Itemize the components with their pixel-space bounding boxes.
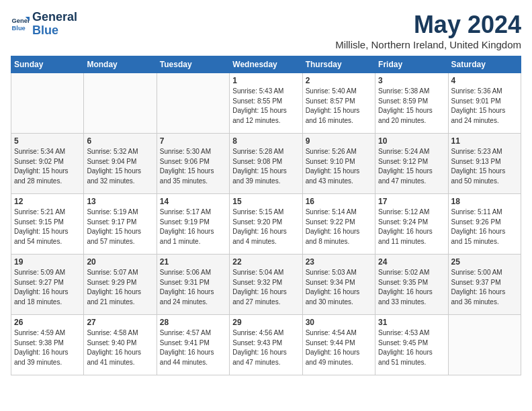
day-number: 16 (306, 197, 372, 206)
day-number: 1 (232, 76, 299, 85)
calendar-cell: 9Sunrise: 5:26 AM Sunset: 9:10 PM Daylig… (302, 134, 375, 194)
day-info: Sunrise: 5:14 AM Sunset: 9:22 PM Dayligh… (306, 208, 372, 246)
calendar-cell: 30Sunrise: 4:54 AM Sunset: 9:44 PM Dayli… (302, 315, 375, 375)
day-info: Sunrise: 4:56 AM Sunset: 9:43 PM Dayligh… (232, 328, 299, 367)
day-number: 15 (232, 197, 299, 206)
day-info: Sunrise: 4:54 AM Sunset: 9:44 PM Dayligh… (306, 328, 372, 367)
day-number: 6 (87, 136, 153, 146)
day-info: Sunrise: 5:15 AM Sunset: 9:20 PM Dayligh… (232, 208, 299, 246)
calendar-cell: 26Sunrise: 4:59 AM Sunset: 9:38 PM Dayli… (11, 315, 84, 375)
calendar-cell: 13Sunrise: 5:19 AM Sunset: 9:17 PM Dayli… (84, 194, 157, 255)
day-info: Sunrise: 5:21 AM Sunset: 9:15 PM Dayligh… (14, 208, 81, 246)
day-info: Sunrise: 5:00 AM Sunset: 9:37 PM Dayligh… (451, 268, 518, 307)
calendar-week-row: 5Sunrise: 5:34 AM Sunset: 9:02 PM Daylig… (11, 134, 521, 194)
location-subtitle: Millisle, Northern Ireland, United Kingd… (335, 39, 521, 50)
calendar-cell: 28Sunrise: 4:57 AM Sunset: 9:41 PM Dayli… (157, 315, 229, 375)
calendar-cell: 8Sunrise: 5:28 AM Sunset: 9:08 PM Daylig… (230, 134, 302, 194)
day-number: 30 (306, 318, 372, 327)
day-info: Sunrise: 5:32 AM Sunset: 9:04 PM Dayligh… (87, 147, 153, 186)
calendar-cell: 1Sunrise: 5:43 AM Sunset: 8:55 PM Daylig… (230, 73, 302, 134)
day-number: 20 (87, 257, 153, 267)
day-info: Sunrise: 5:23 AM Sunset: 9:13 PM Dayligh… (451, 147, 518, 186)
calendar-cell: 17Sunrise: 5:12 AM Sunset: 9:24 PM Dayli… (375, 194, 448, 255)
logo-line1: General (32, 11, 77, 24)
day-info: Sunrise: 5:06 AM Sunset: 9:31 PM Dayligh… (160, 268, 226, 307)
calendar-week-row: 1Sunrise: 5:43 AM Sunset: 8:55 PM Daylig… (11, 73, 521, 134)
day-info: Sunrise: 5:38 AM Sunset: 8:59 PM Dayligh… (378, 87, 445, 126)
page-header: General Blue General Blue May 2024 Milli… (11, 11, 521, 50)
day-number: 7 (160, 136, 226, 146)
day-number: 23 (306, 257, 372, 267)
calendar-cell (448, 315, 521, 375)
calendar-cell: 24Sunrise: 5:02 AM Sunset: 9:35 PM Dayli… (375, 255, 448, 315)
calendar-cell: 27Sunrise: 4:58 AM Sunset: 9:40 PM Dayli… (84, 315, 157, 375)
calendar-cell: 2Sunrise: 5:40 AM Sunset: 8:57 PM Daylig… (302, 73, 375, 134)
calendar-cell: 29Sunrise: 4:56 AM Sunset: 9:43 PM Dayli… (230, 315, 302, 375)
day-number: 3 (378, 76, 445, 85)
calendar-cell: 25Sunrise: 5:00 AM Sunset: 9:37 PM Dayli… (448, 255, 521, 315)
day-number: 26 (14, 318, 81, 327)
day-info: Sunrise: 5:28 AM Sunset: 9:08 PM Dayligh… (232, 147, 299, 186)
day-info: Sunrise: 5:26 AM Sunset: 9:10 PM Dayligh… (306, 147, 372, 186)
day-number: 22 (232, 257, 299, 267)
calendar-week-row: 12Sunrise: 5:21 AM Sunset: 9:15 PM Dayli… (11, 194, 521, 255)
day-info: Sunrise: 4:58 AM Sunset: 9:40 PM Dayligh… (87, 328, 153, 367)
day-info: Sunrise: 5:34 AM Sunset: 9:02 PM Dayligh… (14, 147, 81, 186)
day-number: 18 (451, 197, 518, 206)
day-number: 11 (451, 136, 518, 146)
calendar-cell: 16Sunrise: 5:14 AM Sunset: 9:22 PM Dayli… (302, 194, 375, 255)
header-row: SundayMondayTuesdayWednesdayThursdayFrid… (11, 56, 521, 73)
header-day: Monday (84, 56, 157, 73)
logo-line2: Blue (32, 24, 77, 38)
day-info: Sunrise: 5:24 AM Sunset: 9:12 PM Dayligh… (378, 147, 445, 186)
day-number: 10 (378, 136, 445, 146)
day-number: 14 (160, 197, 226, 206)
calendar-cell: 4Sunrise: 5:36 AM Sunset: 9:01 PM Daylig… (448, 73, 521, 134)
calendar-cell: 11Sunrise: 5:23 AM Sunset: 9:13 PM Dayli… (448, 134, 521, 194)
calendar-cell: 3Sunrise: 5:38 AM Sunset: 8:59 PM Daylig… (375, 73, 448, 134)
header-day: Friday (375, 56, 448, 73)
day-info: Sunrise: 4:59 AM Sunset: 9:38 PM Dayligh… (14, 328, 81, 367)
day-info: Sunrise: 5:19 AM Sunset: 9:17 PM Dayligh… (87, 208, 153, 246)
day-number: 19 (14, 257, 81, 267)
day-info: Sunrise: 4:57 AM Sunset: 9:41 PM Dayligh… (160, 328, 226, 367)
day-info: Sunrise: 5:17 AM Sunset: 9:19 PM Dayligh… (160, 208, 226, 246)
day-info: Sunrise: 5:02 AM Sunset: 9:35 PM Dayligh… (378, 268, 445, 307)
day-info: Sunrise: 4:53 AM Sunset: 9:45 PM Dayligh… (378, 328, 445, 367)
day-number: 17 (378, 197, 445, 206)
svg-text:Blue: Blue (12, 24, 26, 31)
day-info: Sunrise: 5:12 AM Sunset: 9:24 PM Dayligh… (378, 208, 445, 246)
day-info: Sunrise: 5:30 AM Sunset: 9:06 PM Dayligh… (160, 147, 226, 186)
calendar-cell: 18Sunrise: 5:11 AM Sunset: 9:26 PM Dayli… (448, 194, 521, 255)
logo-text: General Blue (32, 11, 77, 38)
logo: General Blue General Blue (11, 11, 77, 38)
calendar-cell: 21Sunrise: 5:06 AM Sunset: 9:31 PM Dayli… (157, 255, 229, 315)
day-number: 29 (232, 318, 299, 327)
day-info: Sunrise: 5:03 AM Sunset: 9:34 PM Dayligh… (306, 268, 372, 307)
day-info: Sunrise: 5:40 AM Sunset: 8:57 PM Dayligh… (306, 87, 372, 126)
header-day: Saturday (448, 56, 521, 73)
day-info: Sunrise: 5:04 AM Sunset: 9:32 PM Dayligh… (232, 268, 299, 307)
day-info: Sunrise: 5:07 AM Sunset: 9:29 PM Dayligh… (87, 268, 153, 307)
day-number: 2 (306, 76, 372, 85)
calendar-cell: 7Sunrise: 5:30 AM Sunset: 9:06 PM Daylig… (157, 134, 229, 194)
day-number: 5 (14, 136, 81, 146)
day-number: 27 (87, 318, 153, 327)
calendar-cell (84, 73, 157, 134)
day-info: Sunrise: 5:36 AM Sunset: 9:01 PM Dayligh… (451, 87, 518, 126)
day-number: 31 (378, 318, 445, 327)
header-day: Wednesday (230, 56, 302, 73)
day-number: 21 (160, 257, 226, 267)
calendar-cell: 6Sunrise: 5:32 AM Sunset: 9:04 PM Daylig… (84, 134, 157, 194)
calendar-cell: 20Sunrise: 5:07 AM Sunset: 9:29 PM Dayli… (84, 255, 157, 315)
day-number: 8 (232, 136, 299, 146)
header-day: Tuesday (157, 56, 229, 73)
calendar-cell: 22Sunrise: 5:04 AM Sunset: 9:32 PM Dayli… (230, 255, 302, 315)
calendar-cell: 19Sunrise: 5:09 AM Sunset: 9:27 PM Dayli… (11, 255, 84, 315)
month-title: May 2024 (335, 11, 521, 39)
calendar-week-row: 26Sunrise: 4:59 AM Sunset: 9:38 PM Dayli… (11, 315, 521, 375)
calendar-cell: 31Sunrise: 4:53 AM Sunset: 9:45 PM Dayli… (375, 315, 448, 375)
day-info: Sunrise: 5:11 AM Sunset: 9:26 PM Dayligh… (451, 208, 518, 246)
logo-icon: General Blue (11, 15, 30, 34)
title-block: May 2024 Millisle, Northern Ireland, Uni… (335, 11, 521, 50)
